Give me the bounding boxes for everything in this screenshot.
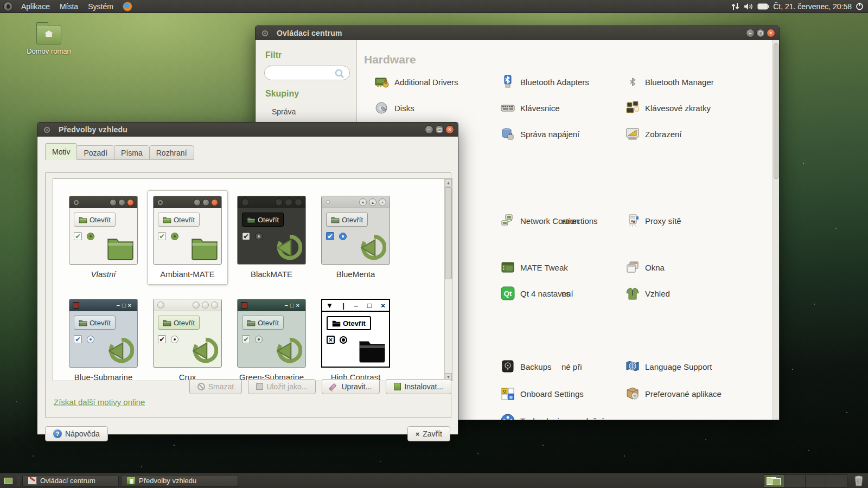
workspace-2[interactable] (785, 475, 806, 487)
home-folder-label: Domov roman (23, 47, 75, 55)
theme-option-green-submarine[interactable]: –□× Otevřít ✔ Green-Submarine (237, 299, 306, 381)
cc-item-disks[interactable]: Disks (375, 101, 414, 115)
menu-places[interactable]: Místa (55, 0, 83, 13)
tab-interface[interactable]: Rozhraní (149, 145, 194, 160)
filter-heading: Filtr (265, 50, 282, 60)
appearance-title: Předvolby vzhledu (59, 125, 127, 134)
install-button[interactable]: Instalovat... (386, 379, 451, 394)
cc-item-appearance[interactable]: Vzhled (626, 286, 670, 300)
close-dialog-button[interactable]: ×Zavřít (407, 426, 450, 441)
firefox-launcher-icon[interactable] (123, 2, 132, 11)
control-center-titlebar[interactable]: Ovládací centrum – ▢ × (256, 26, 779, 40)
cc-item-language-support[interactable]: Language Support (626, 359, 712, 374)
cc-item-network-connections[interactable]: Network Connections (501, 214, 598, 228)
power-icon[interactable] (856, 2, 864, 10)
maximize-button[interactable]: ▢ (756, 29, 765, 37)
network-updown-icon[interactable] (731, 3, 740, 10)
mate-swirl-icon (105, 335, 134, 364)
maximize-button[interactable]: ▢ (435, 125, 444, 134)
cc-item-displays[interactable]: Zobrazení (626, 127, 682, 141)
check-icon: ✔ (74, 335, 82, 343)
check-icon: ✔ (158, 232, 166, 240)
mate-swirl-icon (357, 232, 386, 261)
clock[interactable]: Čt, 21. červenec, 20:58 (773, 2, 852, 11)
radio-icon (87, 233, 94, 240)
theme-option-ambiant-mate[interactable]: Otevřít ✔ Ambiant-MATE (153, 196, 222, 279)
window-menu-icon[interactable] (262, 30, 268, 36)
battery-icon[interactable] (757, 3, 769, 10)
theme-preview: –□× Otevřít ✔ (69, 299, 138, 368)
theme-name: Ambiant-MATE (153, 269, 222, 279)
partial-label-3: né při (561, 362, 582, 371)
delete-theme-button[interactable]: Smazat (189, 379, 242, 394)
appearance-titlebar[interactable]: Předvolby vzhledu – ▢ × (37, 123, 458, 137)
volume-icon[interactable] (744, 3, 754, 10)
window-menu-icon[interactable] (44, 127, 50, 133)
theme-option-crux[interactable]: Otevřít ✔ Crux (153, 299, 222, 381)
tab-fonts[interactable]: Písma (114, 145, 149, 160)
workspace-1[interactable] (764, 475, 785, 487)
cc-item-additional-drivers[interactable]: Additional Drivers (375, 75, 458, 89)
tab-theme[interactable]: Motiv (45, 143, 77, 160)
control-center-scrollbar[interactable] (773, 40, 779, 420)
appearance-task-icon (126, 477, 136, 485)
minimize-button[interactable]: – (425, 125, 433, 134)
workspace-3[interactable] (806, 475, 826, 487)
theme-preview: ▼|–□× Otevřít × (321, 299, 390, 368)
cc-item-bluetooth-manager[interactable]: Bluetooth Manager (626, 75, 714, 89)
additional-drivers-icon (375, 75, 389, 89)
tab-background[interactable]: Pozadí (76, 145, 114, 160)
keyboard-icon (501, 101, 515, 115)
cc-item-backups[interactable]: Backups (501, 359, 552, 374)
save-as-button[interactable]: Uložit jako... (248, 379, 316, 394)
power-management-icon (501, 127, 515, 141)
menu-system[interactable]: Systém (83, 0, 118, 13)
desktop-icon-home[interactable]: Domov roman (23, 25, 75, 55)
close-button[interactable]: × (767, 29, 775, 37)
task-button-appearance[interactable]: Předvolby vzhledu (121, 475, 238, 487)
displays-icon (626, 127, 640, 141)
cc-item-mate-tweak[interactable]: MATE Tweak (501, 260, 568, 274)
search-input[interactable] (264, 66, 350, 80)
mate-swirl-icon (273, 232, 302, 261)
top-panel: Aplikace Místa Systém Čt, 21. červenec, … (0, 0, 868, 13)
radio-icon (339, 233, 347, 240)
check-icon: ✔ (326, 232, 334, 240)
minimize-button[interactable]: – (746, 29, 755, 37)
groups-heading: Skupiny (265, 89, 299, 99)
cc-item-bluetooth-adapters[interactable]: Bluetooth Adapters (501, 75, 589, 89)
cc-item-network-proxy[interactable]: Proxy sítě (626, 214, 681, 228)
close-button[interactable]: × (445, 125, 454, 134)
theme-option-high-contrast[interactable]: ▼|–□× Otevřít × High Contrast (321, 299, 390, 381)
menu-applications[interactable]: Aplikace (16, 0, 55, 13)
cc-item-onboard-settings[interactable]: OB Onboard Settings (501, 387, 584, 401)
mate-menu-icon[interactable] (3, 2, 13, 11)
help-button[interactable]: ?Nápověda (45, 426, 108, 441)
group-item-sprava[interactable]: Správa (272, 107, 296, 116)
cc-item-assistive-technologies[interactable]: Technologie usnadnění (501, 414, 604, 420)
check-icon: × (327, 336, 335, 344)
theme-option-blue-submarine[interactable]: –□× Otevřít ✔ Blue-Submarine (69, 299, 138, 381)
theme-list-scrollbar[interactable]: ▲ ▼ (444, 179, 452, 381)
bottom-panel: Ovládací centrum Předvolby vzhledu (0, 473, 868, 488)
trash-icon[interactable] (854, 476, 864, 486)
cc-item-power-management[interactable]: Správa napájení (501, 127, 579, 141)
appearance-window: Předvolby vzhledu – ▢ × Motiv Pozadí Pís… (37, 122, 458, 435)
cc-item-keyboard[interactable]: Klávesnice (501, 101, 560, 115)
cc-item-keyboard-shortcuts[interactable]: Klávesové zkratky (626, 101, 711, 115)
backups-safe-icon (501, 359, 515, 374)
cc-item-preferred-applications[interactable]: Preferované aplikace (626, 387, 722, 401)
control-center-task-icon (28, 477, 37, 485)
theme-option-blackmate[interactable]: Otevřít ✔ BlackMATE (237, 196, 306, 279)
customize-button[interactable]: Upravit... (322, 379, 380, 394)
cc-item-windows[interactable]: Okna (626, 260, 665, 274)
show-desktop-button[interactable] (2, 475, 15, 487)
workspace-switcher[interactable] (764, 474, 847, 487)
theme-option-vlastni[interactable]: Otevřít ✔ Vlastní (69, 196, 138, 279)
get-more-themes-link[interactable]: Získat další motivy online (54, 397, 145, 407)
save-icon (256, 383, 263, 390)
task-button-control-center[interactable]: Ovládací centrum (22, 475, 119, 487)
partial-label-1: ation (561, 216, 579, 226)
workspace-4[interactable] (826, 475, 847, 487)
theme-option-bluementa[interactable]: ▾▴× Otevřít ✔ BlueMenta (321, 196, 390, 279)
